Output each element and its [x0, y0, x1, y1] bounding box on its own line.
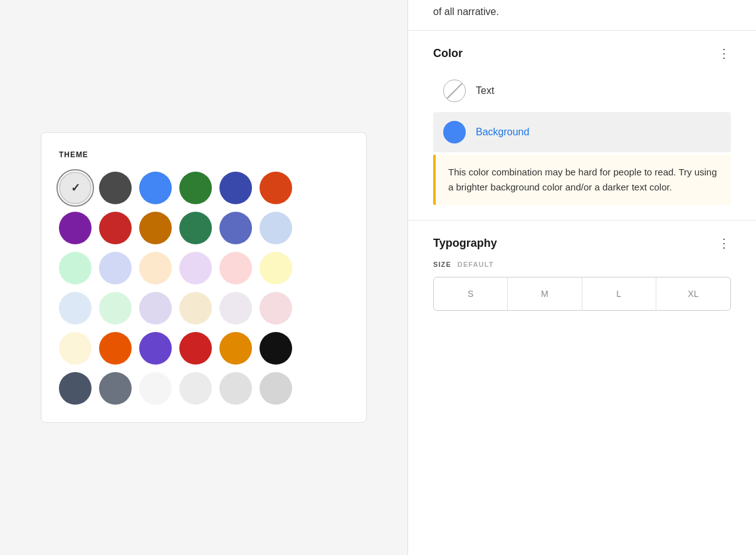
- color-more-icon[interactable]: ⋮: [718, 46, 731, 61]
- color-swatch-21[interactable]: [179, 292, 212, 324]
- color-swatch-8[interactable]: [139, 212, 172, 244]
- size-label-row: SIZE DEFAULT: [433, 261, 731, 268]
- color-swatch-7[interactable]: [99, 212, 132, 244]
- color-swatch-24[interactable]: [59, 332, 92, 365]
- theme-card: THEME ✓: [41, 132, 367, 423]
- theme-label: THEME: [59, 150, 349, 159]
- color-swatch-32[interactable]: [139, 372, 172, 405]
- color-section-header: Color ⋮: [433, 46, 731, 61]
- background-color-option[interactable]: Background: [433, 112, 731, 152]
- color-swatch-2[interactable]: [139, 172, 172, 204]
- narrative-text: of all narrative.: [433, 0, 731, 18]
- size-option-xl[interactable]: XL: [656, 278, 730, 310]
- typography-title: Typography: [433, 237, 497, 250]
- color-swatch-30[interactable]: [59, 372, 92, 405]
- typography-more-icon[interactable]: ⋮: [718, 236, 731, 251]
- typography-section-header: Typography ⋮: [433, 236, 731, 251]
- color-swatch-34[interactable]: [219, 372, 252, 405]
- right-panel: of all narrative. Color ⋮ Text Backgroun…: [408, 0, 756, 555]
- color-swatch-28[interactable]: [219, 332, 252, 365]
- background-color-label: Background: [476, 127, 529, 138]
- color-swatch-19[interactable]: [99, 292, 132, 324]
- blue-circle: [443, 121, 466, 143]
- color-swatch-12[interactable]: [59, 252, 92, 284]
- warning-box: This color combination may be hard for p…: [433, 155, 731, 205]
- narrative-section: of all narrative.: [408, 0, 756, 31]
- size-option-l[interactable]: L: [582, 278, 656, 310]
- color-swatch-23[interactable]: [260, 292, 292, 324]
- background-color-icon: [443, 121, 466, 143]
- color-swatch-5[interactable]: [260, 172, 292, 204]
- size-selector: SMLXL: [433, 277, 731, 311]
- color-swatch-16[interactable]: [219, 252, 252, 284]
- color-swatch-35[interactable]: [260, 372, 292, 405]
- color-swatch-0[interactable]: ✓: [59, 172, 92, 204]
- checkmark-icon: ✓: [71, 181, 80, 195]
- color-swatch-11[interactable]: [260, 212, 292, 244]
- color-swatch-4[interactable]: [219, 172, 252, 204]
- color-swatch-31[interactable]: [99, 372, 132, 405]
- color-swatch-1[interactable]: [99, 172, 132, 204]
- text-color-label: Text: [476, 85, 494, 96]
- size-option-m[interactable]: M: [508, 278, 582, 310]
- color-swatch-9[interactable]: [179, 212, 212, 244]
- color-swatch-15[interactable]: [179, 252, 212, 284]
- warning-text: This color combination may be hard for p…: [448, 165, 718, 195]
- color-grid: ✓: [59, 172, 349, 405]
- color-swatch-20[interactable]: [139, 292, 172, 324]
- color-swatch-13[interactable]: [99, 252, 132, 284]
- color-swatch-27[interactable]: [179, 332, 212, 365]
- color-swatch-22[interactable]: [219, 292, 252, 324]
- color-swatch-26[interactable]: [139, 332, 172, 365]
- color-swatch-14[interactable]: [139, 252, 172, 284]
- typography-section: Typography ⋮ SIZE DEFAULT SMLXL: [408, 220, 756, 326]
- size-option-s[interactable]: S: [434, 278, 508, 310]
- color-swatch-18[interactable]: [59, 292, 92, 324]
- size-label: SIZE: [433, 261, 451, 268]
- color-swatch-6[interactable]: [59, 212, 92, 244]
- text-color-option[interactable]: Text: [433, 71, 731, 111]
- color-swatch-33[interactable]: [179, 372, 212, 405]
- color-swatch-10[interactable]: [219, 212, 252, 244]
- color-section-title: Color: [433, 47, 463, 60]
- left-panel: THEME ✓: [0, 0, 407, 555]
- color-swatch-25[interactable]: [99, 332, 132, 365]
- slash-icon: [443, 80, 466, 102]
- text-color-icon: [443, 80, 466, 102]
- color-swatch-17[interactable]: [260, 252, 292, 284]
- color-section: Color ⋮ Text Background This color combi…: [408, 31, 756, 220]
- size-default-label: DEFAULT: [458, 261, 494, 268]
- color-swatch-3[interactable]: [179, 172, 212, 204]
- color-swatch-29[interactable]: [260, 332, 292, 365]
